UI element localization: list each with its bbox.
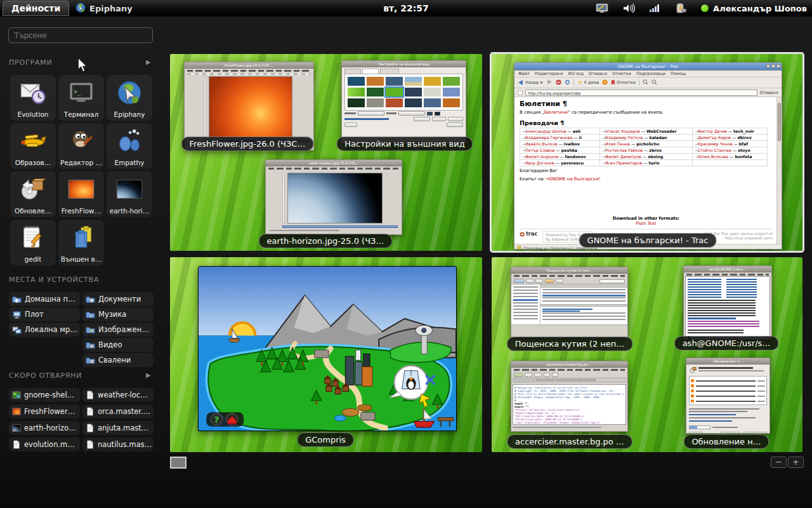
workspace-indicator[interactable] — [170, 457, 187, 469]
battery-icon[interactable] — [674, 3, 687, 14]
workspace-2-active[interactable]: GNOME на български! - Trac ФайлРедактира… — [492, 54, 802, 251]
recent-item[interactable]: anjuta.mast… — [82, 421, 154, 435]
updates-icon — [689, 366, 697, 374]
window-epiphany-trac[interactable]: GNOME на български! - Trac ФайлРедактира… — [514, 62, 782, 250]
workspace-1[interactable]: FreshFlower.jpg-26.0 (ЧЗС… Настройки на … — [170, 54, 482, 251]
app-tile-gedit[interactable]: gedit — [10, 220, 56, 265]
clothing-icon — [58, 224, 104, 251]
place-item-downloads[interactable]: Свалени — [82, 353, 154, 367]
help-button[interactable]: ? — [214, 415, 219, 425]
dialog-buttons — [686, 429, 769, 434]
scrollbar[interactable] — [776, 97, 782, 244]
title-bar: ash@GNOME:/usr/s… — [684, 266, 771, 272]
remove-workspace-button[interactable]: − — [771, 457, 787, 468]
scrollbar[interactable] — [282, 225, 398, 228]
videos-folder-icon — [86, 340, 95, 350]
recent-item[interactable]: FreshFlower… — [9, 404, 80, 418]
search-input[interactable] — [8, 27, 153, 43]
home-button[interactable]: У дома — [577, 80, 599, 86]
app-tile-epiphany[interactable]: Epiphany — [107, 75, 152, 121]
workspace-4[interactable]: Пощенска кутия (2 неп… — [492, 257, 802, 452]
epiphany-icon — [107, 79, 152, 107]
recent-item[interactable]: nautilus.mas… — [82, 438, 154, 451]
page-content: Бюлетини ¶ В секция „Бюлетини“ са период… — [514, 97, 782, 244]
add-workspace-button[interactable]: + — [788, 457, 804, 468]
recent-expand-icon[interactable]: ▶ — [146, 371, 151, 378]
window-gimp-earth[interactable]: earth-horizon.jpg-25.0 (ЧЗ… — [265, 159, 402, 235]
place-item-music[interactable]: ♪ Музика — [82, 307, 154, 321]
place-item-network[interactable]: Локална мр… — [9, 323, 80, 337]
reload-icon[interactable] — [565, 79, 570, 86]
place-item-pictures[interactable]: Изображен… — [82, 323, 154, 337]
programs-expand-icon[interactable]: ▶ — [146, 58, 151, 65]
url-bar-row: http://fsa-bg.org/project/gtp Отиване — [514, 88, 782, 97]
app-tile-freshflower[interactable]: FreshFlow… — [58, 171, 104, 217]
music-folder-icon: ♪ — [86, 310, 95, 319]
window-evolution-mail[interactable]: Пощенска кутия (2 неп… — [511, 267, 628, 338]
tab-strip[interactable] — [511, 378, 627, 382]
bookmarks-button[interactable]: Отметки — [611, 80, 636, 86]
selected-wallpaper — [386, 88, 403, 97]
history-icon[interactable] — [602, 79, 608, 86]
forward-button[interactable] — [546, 79, 553, 86]
app-label: Epiphany — [114, 110, 145, 118]
document-icon — [12, 440, 21, 449]
update-list[interactable] — [689, 376, 767, 405]
app-tile-gimp[interactable]: Редактор … — [58, 123, 104, 169]
recent-item[interactable]: earth-horizo… — [9, 421, 80, 435]
back-button[interactable]: Назад — [518, 79, 543, 86]
app-label: Терминал — [64, 110, 98, 118]
window-label: Обновление н… — [683, 434, 769, 449]
status-bar — [511, 324, 627, 328]
place-item-desktop[interactable]: Плот — [9, 307, 80, 321]
place-item-home[interactable]: Домашна п… — [9, 292, 80, 306]
display-icon[interactable] — [596, 3, 608, 14]
window-update-manager[interactable]: Обновление н… — [686, 358, 770, 434]
place-item-documents[interactable]: Документи — [82, 292, 154, 306]
wallpaper-grid[interactable] — [344, 74, 463, 110]
app-tile-updates[interactable]: Обновле… — [10, 171, 56, 217]
gimp-icon — [58, 127, 104, 155]
help-button[interactable] — [689, 432, 703, 434]
app-tile-evolution[interactable]: Evolution — [10, 75, 56, 121]
username: Александър Шопов — [713, 4, 807, 13]
stop-icon[interactable] — [556, 79, 561, 86]
zoom-in-icon[interactable] — [643, 79, 648, 86]
tab-strip — [342, 67, 466, 74]
app-tile-education[interactable]: Образов… — [10, 123, 56, 169]
title-bar: accerciser.master.bg.po … — [511, 361, 627, 368]
freshflower-thumbnail — [58, 175, 104, 203]
window-gedit[interactable]: accerciser.master.bg.po … # Bulgarian tr… — [511, 361, 628, 432]
editor-content: # Bulgarian translation of accerciser po… — [513, 384, 626, 425]
document-icon — [86, 424, 95, 432]
app-tile-empathy[interactable]: Empathy — [107, 123, 152, 169]
image-canvas — [209, 76, 292, 138]
app-tile-appearance[interactable]: Външен в… — [58, 220, 104, 265]
dialog-buttons — [342, 122, 466, 128]
window-appearance[interactable]: Настройки на външния вид — [341, 60, 466, 144]
network-signal-icon[interactable] — [649, 3, 660, 14]
recent-item[interactable]: orca.master.… — [82, 404, 154, 418]
gcompris-scene: ? — [199, 267, 456, 431]
window-terminal[interactable]: ash@GNOME:/usr/s… — [683, 265, 772, 340]
workspace-3[interactable]: ? GCompris — [170, 257, 482, 452]
volume-icon[interactable] — [622, 3, 635, 14]
programs-header: ПРОГРАМИ — [9, 58, 53, 67]
app-tile-terminal[interactable]: >_ Терминал — [58, 75, 104, 121]
recent-item[interactable]: weather-loc… — [82, 388, 154, 402]
zoom-out-icon[interactable] — [652, 79, 657, 86]
download-heading: Download in other formats: — [520, 216, 773, 221]
user-menu[interactable]: Александър Шопов — [701, 4, 807, 13]
window-label: Настройки на външния вид — [336, 137, 473, 151]
app-tile-earth-horizon[interactable]: earth-hori… — [107, 171, 152, 217]
go-button[interactable]: Отиване — [760, 90, 778, 95]
menu-bar — [187, 70, 311, 72]
window-gcompris[interactable]: ? — [198, 266, 457, 431]
recent-item[interactable]: evolution.m… — [9, 438, 80, 451]
app-label: earth-hori… — [110, 207, 150, 215]
url-input[interactable]: http://fsa-bg.org/project/gtp — [525, 90, 757, 96]
window-label: accerciser.master.bg.po … — [507, 434, 632, 449]
recent-item[interactable]: gnome-shel… — [9, 388, 80, 402]
place-item-videos[interactable]: Видео — [82, 338, 154, 352]
svg-text:♪: ♪ — [90, 313, 93, 318]
